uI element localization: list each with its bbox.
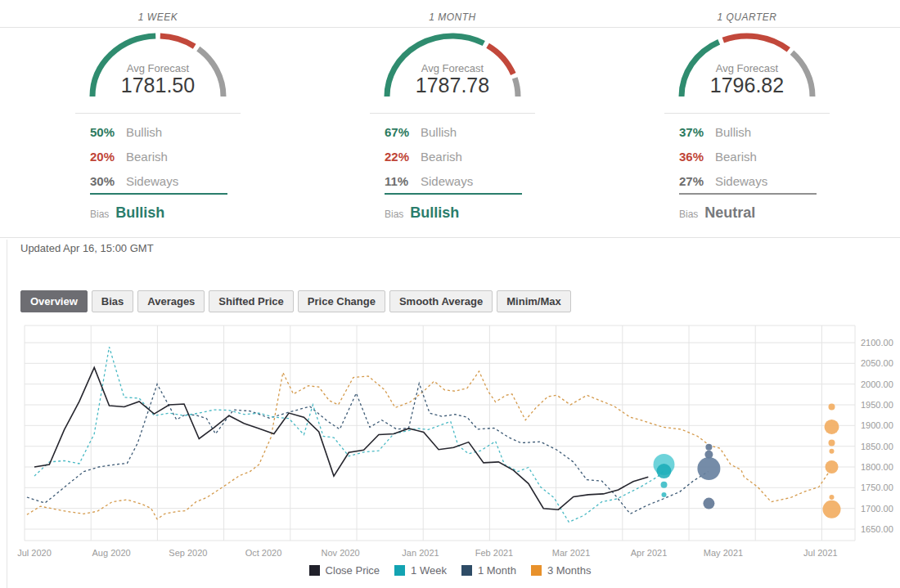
bearish-percent: 36% [679,150,715,164]
bias-underline [90,193,227,195]
bullish-label: Bullish [126,125,162,139]
panel-title: 1 MONTH [370,11,535,23]
sideways-row: 27% Sideways [679,168,818,193]
svg-text:Aug 2020: Aug 2020 [92,548,131,558]
sentiment-rows: 67% Bullish 22% Bearish 11% Sideways [385,119,524,193]
tab-shifted-price[interactable]: Shifted Price [209,290,293,312]
sideways-percent: 30% [90,174,126,188]
svg-text:1800.00: 1800.00 [861,462,893,472]
bullish-row: 37% Bullish [679,119,818,144]
forecast-poll-widget: 1 WEEK Avg Forecast 1781.50 50% Bullish … [0,0,900,588]
bullish-row: 50% Bullish [90,119,229,144]
sideways-row: 11% Sideways [385,168,524,193]
tab-price-change[interactable]: Price Change [298,290,385,312]
sentiment-rows: 50% Bullish 20% Bearish 30% Sideways [90,119,229,193]
svg-text:Jan 2021: Jan 2021 [402,548,439,558]
bias-label: Bias [679,209,698,220]
panel-separator [370,113,535,114]
tab-minim-max[interactable]: Minim/Max [497,290,570,312]
bearish-percent: 20% [90,150,126,164]
svg-text:1900.00: 1900.00 [861,420,893,430]
bearish-row: 20% Bearish [90,144,229,168]
forecast-panel-1-quarter: 1 QUARTER Avg Forecast 1796.82 37% Bulli… [664,0,830,239]
avg-forecast-value: 1796.82 [664,74,830,97]
bearish-row: 36% Bearish [679,144,818,168]
svg-text:Sep 2020: Sep 2020 [169,548,207,558]
svg-text:2100.00: 2100.00 [861,338,893,348]
avg-forecast-label: Avg Forecast [370,62,535,74]
svg-text:1650.00: 1650.00 [861,524,893,534]
updated-timestamp: Updated Apr 16, 15:00 GMT [20,242,154,254]
svg-text:Mar 2021: Mar 2021 [552,548,590,558]
bias-row: Bias Bullish [90,204,164,222]
bias-value: Bullish [410,204,459,222]
sideways-label: Sideways [421,174,473,188]
bullish-percent: 37% [679,125,715,139]
bias-row: Bias Neutral [679,204,755,222]
bearish-row: 22% Bearish [385,144,524,168]
tab-averages[interactable]: Averages [137,290,205,312]
legend-swatch [531,565,542,576]
legend-label: Close Price [326,564,380,577]
avg-forecast-label: Avg Forecast [664,62,830,74]
avg-forecast-label: Avg Forecast [75,62,241,74]
tab-overview[interactable]: Overview [20,290,88,312]
bias-label: Bias [385,209,403,220]
legend-swatch [461,565,472,576]
sideways-label: Sideways [715,174,767,188]
legend-item-1-week[interactable]: 1 Week [394,564,447,577]
svg-text:Apr 2021: Apr 2021 [631,548,668,558]
svg-text:1850.00: 1850.00 [861,442,893,451]
forecast-chart-wrap: 2100.002050.002000.001950.001900.001850.… [0,321,900,563]
bias-row: Bias Bullish [385,204,459,222]
svg-text:1700.00: 1700.00 [861,504,893,514]
avg-forecast-value: 1781.50 [75,74,241,97]
bias-label: Bias [90,209,109,220]
legend-label: 3 Months [547,564,591,577]
forecast-panel-1-week: 1 WEEK Avg Forecast 1781.50 50% Bullish … [75,0,241,239]
sideways-label: Sideways [126,174,178,188]
sideways-percent: 11% [385,174,421,188]
avg-forecast-value: 1787.78 [370,74,535,97]
panel-separator [664,113,830,114]
svg-text:2050.00: 2050.00 [861,358,893,368]
bias-underline [679,193,817,195]
svg-text:May 2021: May 2021 [704,548,743,558]
svg-text:Feb 2021: Feb 2021 [475,548,513,558]
bearish-label: Bearish [421,150,462,164]
legend-item-3-months[interactable]: 3 Months [531,564,591,577]
panel-separator [75,113,241,114]
legend-swatch [309,565,320,576]
panel-title: 1 QUARTER [664,11,830,23]
bearish-label: Bearish [126,150,168,164]
sideways-row: 30% Sideways [90,168,229,193]
svg-text:Nov 2020: Nov 2020 [322,548,360,558]
bullish-percent: 50% [90,125,126,139]
bias-value: Neutral [704,204,755,222]
forecast-panel-1-month: 1 MONTH Avg Forecast 1787.78 67% Bullish… [370,0,535,239]
chart-tabs: OverviewBiasAveragesShifted PricePrice C… [20,290,571,312]
svg-text:1750.00: 1750.00 [861,483,893,492]
svg-text:Oct 2020: Oct 2020 [245,548,282,558]
tab-smooth-average[interactable]: Smooth Average [389,290,493,312]
legend-label: 1 Week [411,564,447,577]
legend-swatch [394,565,405,576]
bias-underline [385,193,522,195]
forecast-chart[interactable]: 2100.002050.002000.001950.001900.001850.… [0,321,900,563]
chart-legend: Close Price1 Week1 Month3 Months [0,564,900,577]
tab-bias[interactable]: Bias [92,290,133,312]
legend-label: 1 Month [478,564,516,577]
sentiment-rows: 37% Bullish 36% Bearish 27% Sideways [679,119,818,193]
svg-text:1950.00: 1950.00 [861,400,893,410]
sideways-percent: 27% [679,174,715,188]
bullish-label: Bullish [421,125,457,139]
svg-text:Jul 2021: Jul 2021 [803,548,838,558]
bearish-percent: 22% [385,150,421,164]
bias-value: Bullish [115,204,164,222]
legend-item-1-month[interactable]: 1 Month [461,564,516,577]
legend-item-close-price[interactable]: Close Price [309,564,380,577]
svg-text:Jul 2020: Jul 2020 [17,548,52,558]
bullish-row: 67% Bullish [385,119,524,144]
bullish-percent: 67% [385,125,421,139]
bullish-label: Bullish [715,125,751,139]
